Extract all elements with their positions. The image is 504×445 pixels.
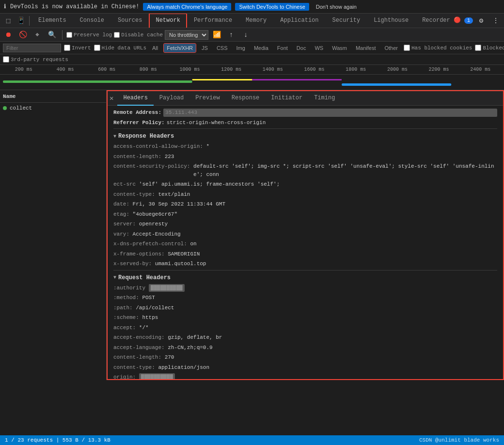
resp-header-csp-cont: ect-src 'self' api.umami.is; frame-ances… <box>113 179 497 190</box>
filter-media-btn[interactable]: Media <box>251 44 271 52</box>
request-row-collect[interactable]: collect <box>0 103 106 113</box>
req-key-8: content-type: <box>113 364 158 372</box>
timeline-label-5: 1200 ms <box>210 67 252 72</box>
tab-network[interactable]: Network <box>149 14 187 28</box>
req-header-path: :path: /api/collect <box>113 303 497 313</box>
filter-input[interactable] <box>3 44 61 52</box>
filter-manifest-btn[interactable]: Manifest <box>353 44 379 52</box>
blocked-requests-label[interactable]: Blocked Requests <box>475 45 504 51</box>
filter-doc-btn[interactable]: Doc <box>294 44 309 52</box>
tab-application[interactable]: Application <box>273 14 325 28</box>
panel-tab-preview[interactable]: Preview <box>189 91 225 106</box>
req-header-accept-encoding: accept-encoding: gzip, deflate, br <box>113 333 497 343</box>
referrer-policy-key: Referrer Policy: <box>113 119 165 127</box>
panel-tab-response[interactable]: Response <box>226 91 266 106</box>
invert-label[interactable]: Invert <box>64 45 91 51</box>
third-party-checkbox[interactable] <box>3 56 9 63</box>
hide-data-urls-checkbox[interactable] <box>94 45 100 51</box>
panel-tab-timing[interactable]: Timing <box>308 91 341 106</box>
language-banner: ℹ DevTools is now available in Chinese! … <box>0 0 504 14</box>
req-header-authority: :authority ██████████ <box>113 283 497 293</box>
notifications-badge: 1 <box>464 17 473 24</box>
timeline-label-0: 200 ms <box>3 67 45 72</box>
invert-checkbox[interactable] <box>64 45 70 51</box>
filter-icon[interactable]: ⌖ <box>31 29 44 41</box>
resp-val-10: umami.qutool.top <box>155 260 497 268</box>
timeline-svg <box>3 77 501 90</box>
more-options-icon[interactable]: ⋮ <box>489 15 502 27</box>
tab-console[interactable]: Console <box>73 14 111 28</box>
record-icon[interactable]: ⏺ <box>2 29 15 41</box>
resp-key-6: server: <box>113 220 139 228</box>
settings-icon[interactable]: ⚙ <box>475 15 488 27</box>
request-headers-section[interactable]: ▼ Request Headers <box>113 271 497 283</box>
filter-css-btn[interactable]: CSS <box>214 44 231 52</box>
divider-net <box>62 30 63 40</box>
hide-data-urls-label[interactable]: Hide data URLs <box>94 45 146 51</box>
panel-tab-payload[interactable]: Payload <box>154 91 189 106</box>
resp-val-9: SAMEORIGIN <box>168 250 497 258</box>
req-header-accept-language: accept-language: zh-CN,zh;q=0.9 <box>113 343 497 353</box>
tab-recorder[interactable]: Recorder 🔴 <box>415 14 462 28</box>
timeline-label-1: 400 ms <box>45 67 86 72</box>
filter-ws-btn[interactable]: WS <box>312 44 326 52</box>
resp-val-3: text/plain <box>158 191 497 199</box>
resp-key-0: access-control-allow-origin: <box>113 143 206 151</box>
wifi-icon[interactable]: 📶 <box>210 29 223 41</box>
third-party-row: 3rd-party requests <box>0 54 504 65</box>
req-val-4: */* <box>139 324 497 332</box>
tab-performance[interactable]: Performance <box>187 14 239 28</box>
req-val-9: ██████████ <box>139 373 175 380</box>
third-party-label[interactable]: 3rd-party requests <box>3 56 68 63</box>
has-blocked-cookies-label[interactable]: Has blocked cookies <box>404 45 472 51</box>
req-key-9: origin: <box>113 373 139 380</box>
upload-icon[interactable]: ↑ <box>225 29 237 41</box>
referrer-policy-row: Referrer Policy: strict-origin-when-cros… <box>113 118 497 128</box>
throttle-select[interactable]: No throttling <box>165 30 208 40</box>
req-val-3: https <box>142 314 497 322</box>
req-header-method: :method: POST <box>113 293 497 303</box>
filter-font-btn[interactable]: Font <box>274 44 291 52</box>
filter-js-btn[interactable]: JS <box>199 44 211 52</box>
dont-show-button[interactable]: Don't show again <box>313 3 360 11</box>
tab-sources[interactable]: Sources <box>111 14 149 28</box>
preserve-log-checkbox[interactable] <box>66 32 72 38</box>
device-icon[interactable]: 📱 <box>15 15 27 27</box>
download-icon[interactable]: ↓ <box>239 29 252 41</box>
filter-fetch-xhr-btn[interactable]: Fetch/XHR <box>164 44 196 52</box>
tab-security[interactable]: Security <box>326 14 367 28</box>
panel-close-button[interactable]: ✕ <box>110 94 113 102</box>
req-key-1: :method: <box>113 294 142 302</box>
blocked-requests-checkbox[interactable] <box>475 45 481 51</box>
resp-val-1: 223 <box>165 153 497 161</box>
timeline-bars <box>0 75 504 90</box>
tab-lighthouse[interactable]: Lighthouse <box>367 14 415 28</box>
preserve-log-label[interactable]: Preserve log <box>66 32 112 38</box>
has-blocked-cookies-checkbox[interactable] <box>404 45 410 51</box>
info-icon: ℹ <box>4 3 6 10</box>
banner-info-text: DevTools is now available in Chinese! <box>10 3 139 10</box>
tab-elements[interactable]: Elements <box>32 14 73 28</box>
filter-all-btn[interactable]: All <box>149 44 161 52</box>
filter-wasm-btn[interactable]: Wasm <box>329 44 350 52</box>
match-language-button[interactable]: Always match Chrome's language <box>143 3 231 11</box>
disable-cache-label[interactable]: Disable cache <box>114 32 163 38</box>
panel-tab-initiator[interactable]: Initiator <box>265 91 308 106</box>
panel-tab-headers[interactable]: Headers <box>117 91 153 106</box>
panel-tabs: ✕ Headers Payload Preview Response Initi… <box>108 91 503 106</box>
switch-chinese-button[interactable]: Switch DevTools to Chinese <box>235 3 309 11</box>
response-headers-section[interactable]: ▼ Response Headers <box>113 130 497 142</box>
separator1 <box>113 128 497 129</box>
status-dot <box>3 106 7 110</box>
resp-val-4: Fri, 30 Sep 2022 11:33:44 GMT <box>133 200 497 208</box>
filter-img-btn[interactable]: Img <box>234 44 248 52</box>
resp-key-10: x-served-by: <box>113 260 155 268</box>
cursor-icon[interactable]: ⬚ <box>2 15 15 27</box>
req-key-5: accept-encoding: <box>113 334 168 342</box>
clear-icon[interactable]: 🚫 <box>16 29 29 41</box>
search-icon[interactable]: 🔍 <box>46 29 58 41</box>
tab-memory[interactable]: Memory <box>239 14 273 28</box>
filter-other-btn[interactable]: Other <box>382 44 401 52</box>
timeline-label-10: 2200 ms <box>418 67 460 72</box>
disable-cache-checkbox[interactable] <box>114 32 120 38</box>
